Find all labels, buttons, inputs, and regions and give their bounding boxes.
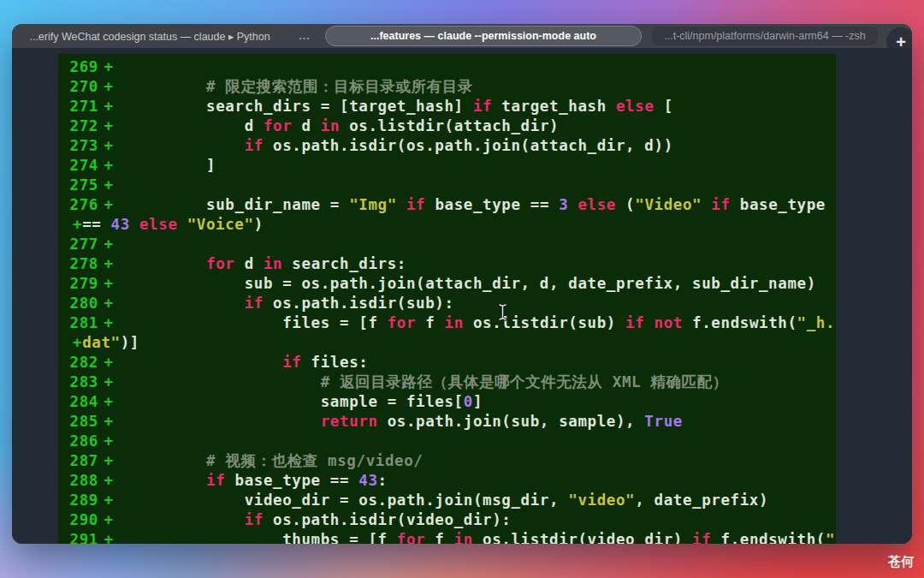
diff-line: 291+ thumbs = [f for f in os.listdir(vid…	[58, 530, 836, 544]
diff-block: 269+270+ # 限定搜索范围：目标目录或所有目录271+ search_d…	[58, 54, 836, 544]
diff-line: 282+ if files:	[58, 353, 836, 372]
diff-line: 269+	[58, 57, 836, 77]
diff-line: 284+ sample = files[0]	[58, 392, 836, 412]
terminal-tabbar: ...erify WeChat codesign status — claude…	[12, 24, 912, 50]
diff-line: 286+	[58, 432, 836, 451]
diff-line: 290+ if os.path.isdir(video_dir):	[58, 510, 836, 530]
diff-line: 280+ if os.path.isdir(sub):	[58, 294, 836, 313]
diff-line: 274+ ]	[58, 156, 836, 176]
terminal-content: 269+270+ # 限定搜索范围：目标目录或所有目录271+ search_d…	[12, 48, 912, 544]
text-cursor-icon	[497, 303, 508, 325]
diff-line: 281+ files = [f for f in os.listdir(sub)…	[58, 313, 836, 333]
diff-line-wrap: +dat")]	[58, 333, 836, 353]
diff-line: 288+ if base_type == 43:	[58, 471, 836, 491]
tab-claude-permission-mode-active[interactable]: ...features — claude --permission-mode a…	[325, 26, 642, 46]
diff-line: 277+	[58, 235, 836, 254]
diff-line: 287+ # 视频：也检查 msg/video/	[58, 451, 836, 471]
diff-line: 276+ sub_dir_name = "Img" if base_type =…	[58, 195, 836, 215]
terminal-window: ...erify WeChat codesign status — claude…	[12, 24, 912, 544]
watermark-label: 苍何	[888, 554, 914, 570]
diff-line: 272+ d for d in os.listdir(attach_dir)	[58, 116, 836, 136]
diff-line: 273+ if os.path.isdir(os.path.join(attac…	[58, 136, 836, 156]
diff-line: 283+ # 返回目录路径（具体是哪个文件无法从 XML 精确匹配）	[58, 372, 836, 392]
tab-wechat-codesign[interactable]: ...erify WeChat codesign status — claude…	[12, 30, 287, 43]
diff-line-wrap: +== 43 else "Voice")	[58, 215, 836, 235]
diff-line: 275+	[58, 176, 836, 195]
diff-line: 279+ sub = os.path.join(attach_dir, d, d…	[58, 274, 836, 294]
diff-line: 270+ # 限定搜索范围：目标目录或所有目录	[58, 77, 836, 97]
diff-line: 278+ for d in search_dirs:	[58, 254, 836, 274]
tab-darwin-arm64-zsh[interactable]: ...t-cli/npm/platforms/darwin-arm64 — -z…	[652, 27, 878, 45]
diff-line: 271+ search_dirs = [target_hash] if targ…	[58, 97, 836, 116]
diff-line: 289+ video_dir = os.path.join(msg_dir, "…	[58, 491, 836, 510]
tab-overflow-indicator[interactable]: ...	[287, 30, 322, 42]
diff-line: 285+ return os.path.join(sub, sample), T…	[58, 412, 836, 432]
